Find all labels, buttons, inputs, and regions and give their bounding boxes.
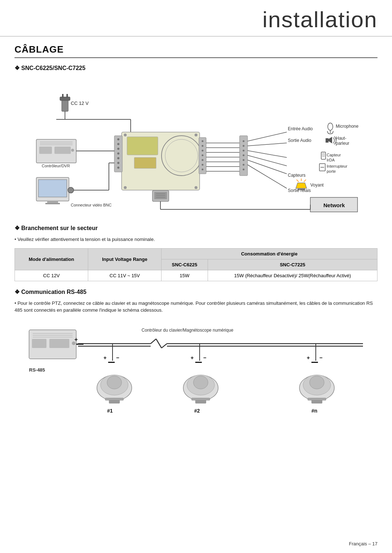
col3-sub2: SNC-C7225 bbox=[208, 259, 377, 270]
svg-text:−: − bbox=[203, 355, 207, 361]
svg-line-73 bbox=[248, 143, 287, 146]
svg-rect-148 bbox=[311, 362, 318, 363]
svg-rect-90 bbox=[322, 153, 324, 157]
svg-point-66 bbox=[243, 145, 245, 147]
svg-rect-144 bbox=[195, 400, 206, 404]
page-footer: Français – 17 bbox=[349, 541, 377, 546]
col2-header: Input Voltage Range bbox=[88, 248, 162, 270]
svg-point-27 bbox=[117, 148, 119, 150]
svg-text:Connecteur vidéo BNC: Connecteur vidéo BNC bbox=[71, 203, 112, 207]
main-content: CÂBLAGE SNC-C6225/SNC-C7225 CC 12 V bbox=[0, 37, 392, 433]
svg-text:Entrée Audio: Entrée Audio bbox=[288, 126, 313, 131]
cameran-dome bbox=[299, 375, 334, 404]
header-title: installation bbox=[15, 7, 377, 32]
row1-col4: 15W (Réchauffeur Désactivé)/ 25W(Réchauf… bbox=[208, 270, 377, 281]
svg-point-47 bbox=[195, 186, 197, 189]
rs485-diagram-container: Contrôleur du clavier/Magnétoscope numér… bbox=[15, 319, 377, 426]
monitor: Connecteur vidéo BNC bbox=[36, 177, 112, 207]
cc12v-label: CC 12 V bbox=[71, 101, 89, 106]
svg-line-122 bbox=[162, 344, 167, 348]
svg-rect-15 bbox=[38, 180, 67, 197]
svg-point-38 bbox=[202, 145, 204, 147]
svg-point-30 bbox=[117, 162, 119, 164]
svg-point-42 bbox=[202, 164, 204, 166]
svg-text:IrDA: IrDA bbox=[327, 158, 335, 162]
svg-point-44 bbox=[124, 134, 127, 136]
svg-rect-113 bbox=[49, 339, 69, 348]
rs485-svg: Contrôleur du clavier/Magnétoscope numér… bbox=[15, 319, 377, 424]
svg-text:Microphone: Microphone bbox=[336, 124, 359, 129]
row1-col2: CC 11V ~ 15V bbox=[88, 270, 162, 281]
svg-rect-5 bbox=[66, 94, 68, 98]
svg-text:Capteurs: Capteurs bbox=[288, 173, 306, 178]
bullet-item-1: Veuillez vérifier attentivement la tensi… bbox=[15, 236, 377, 243]
svg-line-77 bbox=[248, 165, 287, 188]
svg-text:#n: #n bbox=[311, 408, 317, 414]
svg-line-100 bbox=[297, 180, 299, 182]
bullet-list-1: Veuillez vérifier attentivement la tensi… bbox=[15, 236, 377, 243]
svg-line-75 bbox=[248, 155, 287, 166]
controller-dvr: Contrôleur/DVR bbox=[36, 139, 76, 168]
camera-module bbox=[114, 132, 206, 201]
col3-header: Consommation d'énergie bbox=[161, 248, 377, 259]
svg-point-65 bbox=[243, 140, 245, 142]
power-adapter-icon bbox=[56, 94, 70, 119]
svg-point-25 bbox=[117, 138, 119, 140]
svg-point-29 bbox=[117, 157, 119, 159]
svg-point-79 bbox=[328, 123, 333, 130]
col1-header: Mode d'alimentation bbox=[15, 248, 88, 270]
svg-point-132 bbox=[107, 376, 122, 389]
svg-text:−: − bbox=[116, 355, 119, 361]
svg-point-69 bbox=[243, 159, 245, 161]
svg-text:Sortie relais: Sortie relais bbox=[288, 188, 311, 193]
svg-point-67 bbox=[243, 150, 245, 152]
svg-point-43 bbox=[202, 169, 204, 171]
bullet-list-2: Pour le contrôle PTZ, connectez ce câble… bbox=[15, 300, 377, 314]
svg-text:+: + bbox=[191, 355, 194, 361]
svg-text:Voyant: Voyant bbox=[310, 183, 324, 188]
camera2-dome bbox=[183, 375, 218, 404]
svg-rect-16 bbox=[47, 201, 58, 203]
svg-line-121 bbox=[156, 339, 162, 348]
svg-text:+: + bbox=[103, 355, 107, 361]
svg-text:Capteur: Capteur bbox=[327, 153, 341, 157]
svg-point-70 bbox=[243, 164, 245, 166]
svg-text:Network: Network bbox=[323, 202, 345, 208]
svg-line-74 bbox=[248, 151, 287, 157]
svg-text:Sortie Audio: Sortie Audio bbox=[288, 138, 311, 143]
svg-text:parleur: parleur bbox=[336, 141, 349, 146]
svg-text:Contrôleur du clavier/Magnétos: Contrôleur du clavier/Magnétoscope numér… bbox=[142, 328, 233, 333]
svg-rect-128 bbox=[108, 362, 115, 363]
svg-point-46 bbox=[124, 186, 127, 189]
svg-rect-33 bbox=[134, 157, 156, 168]
svg-rect-11 bbox=[54, 147, 71, 154]
svg-point-45 bbox=[195, 134, 197, 136]
svg-point-28 bbox=[117, 152, 119, 155]
svg-marker-84 bbox=[328, 137, 332, 143]
row1-col1: CC 12V bbox=[15, 270, 88, 281]
svg-point-26 bbox=[117, 143, 119, 145]
svg-point-18 bbox=[68, 187, 74, 193]
svg-rect-134 bbox=[109, 400, 120, 404]
svg-rect-10 bbox=[39, 147, 52, 154]
subsection2-title: Branchement sur le secteur bbox=[15, 225, 377, 232]
section-title: CÂBLAGE bbox=[15, 44, 377, 58]
power-table: Mode d'alimentation Input Voltage Range … bbox=[15, 248, 377, 281]
wiring-diagram: CC 12 V Contrôleur/DVR bbox=[15, 76, 377, 217]
svg-point-68 bbox=[243, 155, 245, 156]
svg-point-12 bbox=[71, 149, 74, 152]
svg-line-99 bbox=[304, 180, 306, 182]
page-header: installation bbox=[0, 0, 392, 37]
svg-line-120 bbox=[151, 339, 156, 344]
svg-rect-83 bbox=[326, 138, 328, 143]
svg-text:#1: #1 bbox=[107, 408, 113, 414]
svg-text:Contrôleur/DVR: Contrôleur/DVR bbox=[42, 164, 70, 168]
row1-col3: 15W bbox=[161, 270, 208, 281]
svg-marker-96 bbox=[296, 183, 307, 188]
svg-text:porte: porte bbox=[327, 169, 336, 173]
svg-rect-1 bbox=[60, 97, 70, 101]
svg-text:+: + bbox=[307, 355, 310, 361]
subsection1-title: SNC-C6225/SNC-C7225 bbox=[15, 65, 377, 71]
svg-point-71 bbox=[243, 169, 245, 171]
camera1-dome bbox=[97, 375, 132, 404]
